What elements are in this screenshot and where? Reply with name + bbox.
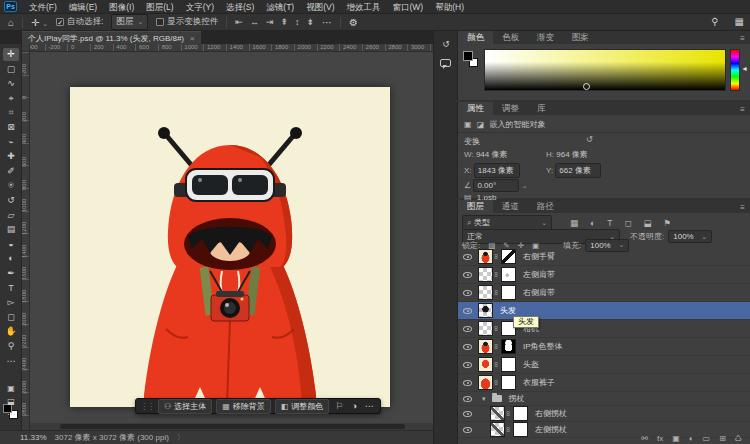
more-options-icon[interactable]: ⋯ (322, 17, 332, 28)
color-tab-图案[interactable]: 图案 (563, 31, 598, 44)
group-expand-caret[interactable]: ▾ (482, 395, 486, 403)
horizontal-scrollbar[interactable] (30, 423, 433, 430)
layer-thumbnail[interactable] (478, 267, 493, 282)
history-brush-tool-icon[interactable]: ↺ (3, 194, 19, 207)
type-tool-icon[interactable]: T (3, 282, 19, 295)
layers-tab-图层[interactable]: 图层 (458, 200, 493, 213)
layer-thumbnail[interactable] (478, 303, 493, 318)
mask-link-icon[interactable]: ∞ (493, 326, 500, 331)
status-arrow-icon[interactable]: 〉 (177, 432, 185, 443)
screen-mode-icon[interactable]: ⬓ (3, 395, 19, 408)
lasso-tool-icon[interactable]: ∿ (3, 77, 19, 90)
layer-row[interactable]: 头发 (458, 302, 750, 320)
move-tool-icon[interactable]: ✛ (3, 48, 19, 61)
align-icon[interactable]: ↔ (250, 17, 259, 27)
visibility-eye-icon[interactable] (463, 326, 472, 332)
quick-mask-icon[interactable]: ▣ (3, 382, 19, 395)
color-cursor[interactable] (583, 83, 590, 90)
document-tab[interactable]: 个人IPlay同学.psd @ 11.3% (头发, RGB/8#) × (22, 31, 201, 44)
layer-thumbnail[interactable] (490, 406, 505, 421)
layer-filter-icon[interactable]: ⬓ (643, 218, 651, 228)
home-icon[interactable]: ⌂ (8, 17, 14, 28)
visibility-eye-icon[interactable] (463, 427, 472, 433)
menu-item[interactable]: 帮助(H) (429, 0, 470, 14)
mask-link-icon[interactable]: ∞ (493, 380, 500, 385)
layer-filter-icon[interactable]: ▦ (570, 218, 578, 228)
remove-background-button[interactable]: ▦移除背景 (216, 399, 271, 414)
layer-thumbnail[interactable] (478, 249, 493, 264)
eraser-tool-icon[interactable]: ▱ (3, 209, 19, 222)
auto-select-dropdown[interactable]: 图层⌄ (111, 14, 148, 30)
visibility-eye-icon[interactable] (463, 344, 472, 350)
layer-row[interactable]: ∞右侧拐杖 (458, 406, 750, 422)
select-subject-button[interactable]: ⚇选择主体 (158, 399, 212, 414)
mask-link-icon[interactable]: ∞ (505, 427, 512, 432)
color-tab-颜色[interactable]: 颜色 (458, 31, 493, 44)
layer-row[interactable]: ∞IP角色整体 (458, 338, 750, 356)
eyedropper-tool-icon[interactable]: ⌁ (3, 136, 19, 149)
chevron-down-icon[interactable]: ⌄ (522, 182, 528, 189)
brush-tool-icon[interactable]: ✐ (3, 165, 19, 178)
blur-tool-icon[interactable]: ◒ (3, 238, 19, 251)
panel-menu-icon[interactable]: ≡ (740, 203, 745, 212)
scrollbar-thumb[interactable] (60, 424, 405, 429)
new-layer-icon[interactable]: ⊞ (719, 434, 726, 444)
mask-link-icon[interactable]: ∞ (493, 254, 500, 259)
layer-thumbnail[interactable] (478, 339, 493, 354)
align-icon[interactable]: ↕ (295, 17, 300, 27)
layer-thumbnail[interactable] (478, 357, 493, 372)
menu-item[interactable]: 增效工具 (341, 0, 387, 14)
more-options-icon[interactable]: ⋯ (363, 401, 376, 411)
layer-mask-thumbnail[interactable] (513, 406, 528, 421)
link-layers-icon[interactable]: ⚯ (641, 434, 648, 444)
properties-tab-调整[interactable]: 调整 (493, 102, 528, 115)
layers-tab-通道[interactable]: 通道 (493, 200, 528, 213)
hue-slider-arrow[interactable]: ◄ (741, 65, 748, 72)
menu-item[interactable]: 窗口(W) (387, 0, 430, 14)
adjust-half-icon[interactable]: ◑ (349, 401, 358, 411)
auto-select-checkbox[interactable]: ✓自动选择: (56, 16, 103, 28)
menu-item[interactable]: 文件(F) (23, 0, 63, 14)
shape-tool-icon[interactable]: ◻ (3, 311, 19, 324)
layer-row[interactable]: ∞右侧肩带 (458, 284, 750, 302)
panel-menu-icon[interactable]: ≡ (740, 34, 745, 43)
clone-stamp-tool-icon[interactable]: ⍟ (3, 179, 19, 192)
mask-link-icon[interactable]: ∞ (493, 272, 500, 277)
zoom-tool-icon[interactable]: ⚲ (3, 340, 19, 353)
layer-mask-thumbnail[interactable] (501, 375, 516, 390)
pen-tool-icon[interactable]: ✒ (3, 267, 19, 280)
marquee-tool-icon[interactable]: ▢ (3, 63, 19, 76)
mask-link-icon[interactable]: ∞ (505, 411, 512, 416)
y-input[interactable]: 662 像素 (555, 163, 601, 178)
layer-mask-thumbnail[interactable] (501, 339, 516, 354)
properties-tab-库[interactable]: 库 (528, 102, 555, 115)
color-tab-渐变[interactable]: 渐变 (528, 31, 563, 44)
show-transform-checkbox[interactable]: ✓显示变换控件 (156, 16, 218, 28)
menu-item[interactable]: 滤镜(T) (260, 0, 300, 14)
layer-filter-icon[interactable]: T (607, 218, 612, 228)
align-icon[interactable]: ⇤ (235, 17, 243, 27)
layer-mask-thumbnail[interactable] (501, 357, 516, 372)
layer-filter-icon[interactable]: ⚑ (663, 218, 671, 228)
visibility-eye-icon[interactable] (463, 308, 472, 314)
move-tool-preset-icon[interactable]: ✛ ⌄ (31, 17, 48, 28)
mask-link-icon[interactable]: ∞ (493, 290, 500, 295)
healing-brush-tool-icon[interactable]: ✚ (3, 150, 19, 163)
menu-item[interactable]: 视图(V) (300, 0, 340, 14)
hand-tool-icon[interactable]: ✋ (3, 325, 19, 338)
adjust-colors-button[interactable]: ◧调整颜色 (275, 399, 330, 414)
color-swatches[interactable] (463, 51, 481, 69)
layer-row[interactable]: ▾拐杖 (458, 392, 750, 406)
layer-effects-icon[interactable]: fx (657, 434, 663, 444)
align-icon[interactable]: ⇞ (280, 17, 288, 27)
more-tools-icon[interactable]: ⋯ (3, 355, 19, 368)
layer-thumbnail[interactable] (478, 375, 493, 390)
close-tab-icon[interactable]: × (190, 34, 195, 43)
angle-input[interactable]: 0.00° (473, 179, 519, 192)
layers-tab-路径[interactable]: 路径 (528, 200, 563, 213)
layer-row[interactable]: ∞头盔 (458, 356, 750, 374)
object-selection-tool-icon[interactable]: ⌖ (3, 92, 19, 105)
layer-thumbnail[interactable] (478, 285, 493, 300)
hue-strip[interactable] (730, 49, 740, 91)
delete-layer-icon[interactable]: ♺ (735, 434, 742, 444)
